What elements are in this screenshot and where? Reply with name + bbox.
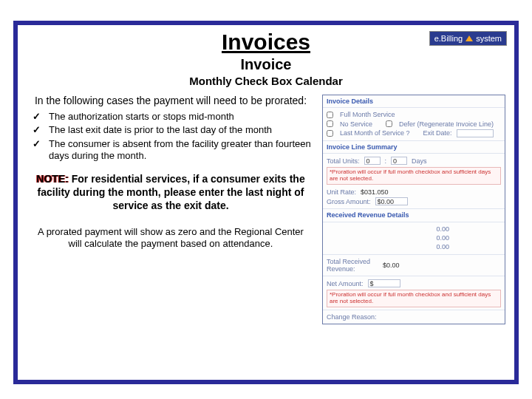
unit-rate-label: Unit Rate: bbox=[327, 188, 356, 196]
proration-warning-1: *Proration will occur if full month chec… bbox=[327, 167, 501, 185]
total-units-b-field[interactable]: 0 bbox=[391, 157, 407, 165]
gross-amount-label: Gross Amount: bbox=[327, 198, 371, 205]
line-summary-header: Invoice Line Summary bbox=[323, 141, 505, 154]
net-amount-field[interactable]: $ bbox=[368, 279, 400, 287]
list-item: The last exit date is prior to the last … bbox=[33, 124, 315, 136]
panel-header: Invoice Details bbox=[323, 95, 505, 108]
no-service-label: No Service bbox=[340, 120, 372, 128]
exit-date-label: Exit Date: bbox=[423, 129, 452, 137]
note-label: NOTE: bbox=[36, 173, 69, 185]
last-month-label: Last Month of Service ? bbox=[340, 129, 410, 137]
list-item: The consumer is absent from the facility… bbox=[33, 138, 315, 163]
net-amount-label: Net Amount: bbox=[327, 280, 364, 287]
total-received-value: $0.00 bbox=[383, 262, 400, 269]
exit-date-field[interactable] bbox=[457, 129, 494, 137]
proration-warning-2: *Proration will occur if full month chec… bbox=[327, 290, 501, 307]
page-section-title: Monthly Check Box Calendar bbox=[27, 75, 505, 87]
recv-value-3: 0.00 bbox=[436, 243, 449, 250]
note-block: NOTE: For residential services, if a con… bbox=[27, 172, 315, 213]
total-received-label: Total Received Revenue: bbox=[327, 258, 378, 273]
recv-value-1: 0.00 bbox=[436, 225, 449, 233]
invoice-details-panel: Invoice Details Full Month Service No Se… bbox=[322, 95, 505, 324]
received-revenue-section: 0.00 0.00 0.00 bbox=[323, 222, 505, 255]
logo-brand-text: e.Billing bbox=[434, 34, 463, 43]
change-reason-label: Change Reason: bbox=[327, 313, 377, 321]
total-units-a-field[interactable]: 0 bbox=[364, 157, 381, 165]
lead-text: In the following cases the payment will … bbox=[27, 95, 315, 106]
change-reason-section: Change Reason: bbox=[323, 310, 505, 324]
brand-logo: e.Billing system bbox=[429, 31, 507, 46]
logo-triangle-icon bbox=[466, 35, 473, 41]
full-month-checkbox[interactable] bbox=[327, 112, 333, 118]
footer-text: A prorated payment will show as zero and… bbox=[27, 226, 315, 251]
instruction-column: In the following cases the payment will … bbox=[27, 95, 315, 324]
total-units-label: Total Units: bbox=[327, 157, 360, 165]
full-month-label: Full Month Service bbox=[340, 111, 395, 118]
list-item: The authorization starts or stops mid-mo… bbox=[33, 111, 315, 123]
proration-bullet-list: The authorization starts or stops mid-mo… bbox=[27, 111, 315, 162]
total-received-section: Total Received Revenue: $0.00 bbox=[323, 255, 505, 277]
note-body: For residential services, if a consumer … bbox=[38, 173, 305, 211]
content-row: In the following cases the payment will … bbox=[27, 95, 505, 324]
last-month-checkbox[interactable] bbox=[327, 130, 333, 137]
no-service-checkbox[interactable] bbox=[327, 120, 333, 127]
days-label: Days bbox=[412, 157, 427, 165]
gross-amount-field[interactable]: $0.00 bbox=[375, 197, 408, 205]
net-amount-section: Net Amount: $ *Proration will occur if f… bbox=[323, 276, 505, 310]
received-revenue-header: Received Revenue Details bbox=[323, 209, 505, 222]
page-subtitle: Invoice bbox=[27, 56, 505, 73]
slide-frame: e.Billing system Invoices Invoice Monthl… bbox=[13, 21, 519, 384]
logo-word-text: system bbox=[476, 34, 502, 43]
flags-section: Full Month Service No Service Defer (Reg… bbox=[323, 108, 505, 141]
defer-label: Defer (Regenerate Invoice Line) bbox=[399, 120, 494, 128]
unit-rate-value: $031.050 bbox=[361, 188, 389, 196]
recv-value-2: 0.00 bbox=[436, 234, 449, 242]
totals-section: Total Units: 0 : 0 Days *Proration will … bbox=[323, 154, 505, 209]
defer-checkbox[interactable] bbox=[386, 120, 392, 127]
